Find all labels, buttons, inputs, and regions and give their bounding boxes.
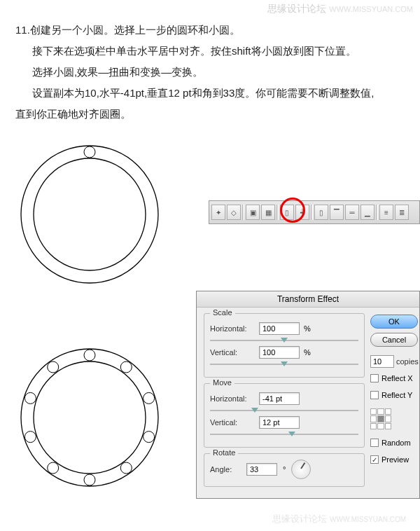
move-h-input[interactable] xyxy=(259,392,300,405)
instruction-text: 11.创建另一个小圆。选择上一步的圆环和小圆。 接下来在选项栏中单击水平居中对齐… xyxy=(15,20,405,125)
watermark-bottom: 思缘设计论坛WWW.MISSYUAN.COM xyxy=(272,513,406,525)
svg-point-14 xyxy=(48,361,59,373)
distribute-v-icon[interactable]: ≣ xyxy=(395,205,409,220)
angle-input[interactable] xyxy=(246,463,277,476)
svg-point-9 xyxy=(120,462,132,474)
rotate-fieldset: Rotate Angle: ° xyxy=(204,453,365,487)
svg-point-1 xyxy=(34,158,146,270)
dialog-title: Transform Effect xyxy=(197,291,419,308)
move-h-label: Horizontal: xyxy=(210,394,259,403)
move-v-slider[interactable] xyxy=(210,432,358,437)
reflect-y-checkbox[interactable] xyxy=(370,391,379,399)
degree-unit: ° xyxy=(283,465,286,474)
move-h-slider[interactable] xyxy=(210,408,358,413)
reflect-x-checkbox[interactable] xyxy=(370,374,379,382)
anchor-grid[interactable] xyxy=(370,408,391,429)
svg-point-13 xyxy=(24,392,36,404)
scale-v-slider[interactable] xyxy=(210,361,358,367)
line-4: 设置副本为10,水平-41pt,垂直12 pt和角到33度。你可能需要不断调整数… xyxy=(32,83,405,104)
align-toolbar: ✦ ◇ ▣ ▦ ▯ ┿ ▯ ▔ ═ ▁ ≡ ≣ xyxy=(209,200,420,224)
transform-effect-dialog: Transform Effect Scale Horizontal: % Ver… xyxy=(196,291,420,499)
move-fieldset: Move Horizontal: Vertical: xyxy=(204,383,365,448)
align-horizontal-center-icon[interactable]: ┿ xyxy=(295,205,309,220)
align-left-icon[interactable]: ▯ xyxy=(280,205,294,220)
copies-input[interactable] xyxy=(370,355,394,368)
random-label: Random xyxy=(382,439,411,447)
svg-point-2 xyxy=(84,146,95,158)
svg-point-4 xyxy=(34,361,146,474)
tool-selection-icon[interactable]: ▣ xyxy=(246,205,260,220)
line-1: 11.创建另一个小圆。选择上一步的圆环和小圆。 xyxy=(15,20,405,41)
percent-unit: % xyxy=(304,348,311,357)
separator xyxy=(311,205,313,220)
reflect-x-label: Reflect X xyxy=(382,374,413,382)
svg-point-3 xyxy=(21,349,158,486)
align-top-icon[interactable]: ▔ xyxy=(330,205,344,220)
scale-v-label: Vertical: xyxy=(210,348,259,357)
svg-point-12 xyxy=(24,432,36,443)
svg-point-5 xyxy=(84,350,95,361)
scale-v-input[interactable] xyxy=(259,346,300,359)
separator xyxy=(242,205,244,220)
svg-point-8 xyxy=(144,432,155,443)
svg-point-7 xyxy=(144,392,155,404)
random-checkbox[interactable] xyxy=(370,439,379,447)
align-vertical-center-icon[interactable]: ═ xyxy=(345,205,359,220)
move-v-input[interactable] xyxy=(259,416,300,429)
distribute-h-icon[interactable]: ≡ xyxy=(379,205,393,220)
rotate-dial[interactable] xyxy=(291,460,311,479)
content-area: 11.创建另一个小圆。选择上一步的圆环和小圆。 接下来在选项栏中单击水平居中对齐… xyxy=(0,0,420,125)
percent-unit: % xyxy=(304,324,311,333)
align-bottom-icon[interactable]: ▁ xyxy=(360,205,374,220)
line-3: 选择小圆,效果—扭曲和变换—变换。 xyxy=(32,62,405,83)
svg-point-11 xyxy=(48,462,59,474)
cancel-button[interactable]: Cancel xyxy=(370,333,418,347)
line-2: 接下来在选项栏中单击水平居中对齐。按住shift将小圆放到图下位置。 xyxy=(32,41,405,62)
svg-point-10 xyxy=(84,474,95,485)
svg-point-6 xyxy=(120,361,132,373)
ok-button[interactable]: OK xyxy=(370,315,418,329)
ring-figure-top xyxy=(15,140,164,289)
align-right-icon[interactable]: ▯ xyxy=(314,205,328,220)
svg-point-0 xyxy=(21,146,158,283)
reflect-y-label: Reflect Y xyxy=(382,391,412,399)
watermark-top: 思缘设计论坛WWW.MISSYUAN.COM xyxy=(267,3,413,15)
copies-label: copies xyxy=(396,357,419,366)
preview-label: Preview xyxy=(382,455,409,464)
separator xyxy=(376,205,378,220)
scale-fieldset: Scale Horizontal: % Vertical: % xyxy=(204,313,365,378)
tool-wand-icon[interactable]: ✦ xyxy=(211,205,225,220)
scale-h-slider[interactable] xyxy=(210,338,358,343)
ring-figure-bottom xyxy=(15,343,164,492)
scale-h-input[interactable] xyxy=(259,322,300,335)
scale-legend: Scale xyxy=(210,308,235,317)
move-legend: Move xyxy=(210,378,234,387)
move-v-label: Vertical: xyxy=(210,418,259,427)
scale-h-label: Horizontal: xyxy=(210,324,259,333)
separator xyxy=(276,205,279,220)
tool-path-icon[interactable]: ◇ xyxy=(227,205,241,220)
angle-label: Angle: xyxy=(210,465,241,474)
tool-group-icon[interactable]: ▦ xyxy=(261,205,275,220)
preview-checkbox[interactable] xyxy=(370,455,379,464)
rotate-legend: Rotate xyxy=(210,448,238,457)
line-5: 直到你正确地对齐圆圈。 xyxy=(15,104,405,125)
